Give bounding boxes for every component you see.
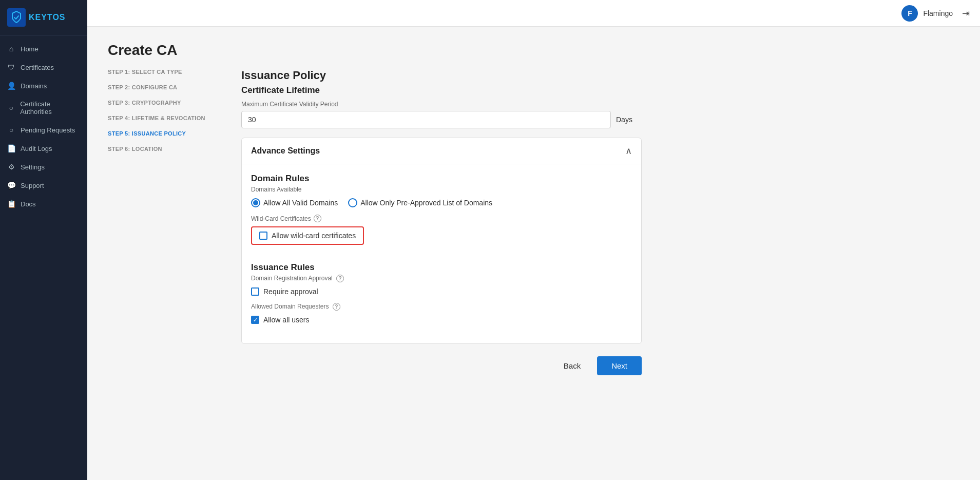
domains-icon: 👤 — [7, 82, 15, 90]
requesters-help-icon[interactable]: ? — [333, 303, 340, 311]
domain-radio-row: Allow All Valid Domains Allow Only Pre-A… — [251, 198, 632, 207]
sidebar-item-certificate-authorities[interactable]: ○ Certificate Authorities — [0, 95, 87, 121]
wildcard-checkbox-highlighted[interactable]: Allow wild-card certificates — [251, 226, 364, 245]
steps-column: STEP 1: SELECT CA TYPE STEP 2: CONFIGURE… — [108, 69, 221, 375]
step-3: STEP 3: CRYPTOGRAPHY — [108, 100, 221, 106]
allow-all-users-label: Allow all users — [263, 316, 309, 324]
sidebar-item-certificates-label: Certificates — [21, 64, 54, 71]
advance-settings-card: Advance Settings ∧ Domain Rules Domains … — [241, 138, 642, 344]
docs-icon: 📋 — [7, 200, 15, 208]
sidebar-nav: ⌂ Home 🛡 Certificates 👤 Domains ○ Certif… — [0, 35, 87, 480]
sidebar-item-home-label: Home — [21, 45, 39, 53]
sidebar-item-domains-label: Domains — [21, 82, 47, 90]
allow-all-domains-option[interactable]: Allow All Valid Domains — [251, 198, 338, 207]
sidebar: KEYTOS ⌂ Home 🛡 Certificates 👤 Domains ○… — [0, 0, 87, 480]
create-ca-layout: STEP 1: SELECT CA TYPE STEP 2: CONFIGURE… — [108, 69, 959, 375]
sidebar-item-home[interactable]: ⌂ Home — [0, 40, 87, 58]
allow-pre-approved-option[interactable]: Allow Only Pre-Approved List of Domains — [348, 198, 492, 207]
wildcard-certs-label: Wild-Card Certificates ? — [251, 215, 632, 222]
sidebar-item-docs-label: Docs — [21, 200, 36, 208]
advance-settings-header[interactable]: Advance Settings ∧ — [242, 138, 641, 164]
form-area: Issuance Policy Certificate Lifetime Max… — [241, 69, 959, 375]
step-6: STEP 6: LOCATION — [108, 146, 221, 152]
user-name: Flamingo — [923, 9, 953, 17]
issuance-rules-title: Issuance Rules — [251, 262, 632, 273]
days-label: Days — [616, 116, 632, 124]
sidebar-item-docs[interactable]: 📋 Docs — [0, 195, 87, 213]
require-approval-checkbox[interactable] — [251, 287, 259, 296]
advance-settings-body: Domain Rules Domains Available Allow All… — [242, 164, 641, 343]
back-button[interactable]: Back — [553, 356, 591, 375]
section-title: Issuance Policy — [241, 69, 959, 82]
chevron-up-icon: ∧ — [625, 145, 632, 157]
topbar: F Flamingo ⇥ — [87, 0, 980, 27]
action-row: Back Next — [241, 356, 642, 375]
ca-icon: ○ — [7, 104, 15, 112]
max-validity-input-row: Days — [241, 111, 959, 128]
next-button[interactable]: Next — [597, 356, 642, 375]
wildcard-help-icon[interactable]: ? — [314, 215, 321, 222]
require-approval-label: Require approval — [263, 287, 318, 296]
certificate-lifetime-title: Certificate Lifetime — [241, 85, 959, 95]
allow-all-users-checkbox[interactable] — [251, 316, 259, 324]
support-icon: 💬 — [7, 181, 15, 189]
logo: KEYTOS — [0, 0, 87, 35]
domains-available-label: Domains Available — [251, 186, 632, 193]
sidebar-item-support-label: Support — [21, 182, 44, 189]
logout-icon[interactable]: ⇥ — [962, 8, 970, 19]
approval-help-icon[interactable]: ? — [336, 275, 344, 282]
allow-wildcard-checkbox[interactable] — [259, 232, 267, 240]
main-wrapper: F Flamingo ⇥ Create CA STEP 1: SELECT CA… — [87, 0, 980, 480]
domain-registration-label: Domain Registration Approval ? — [251, 275, 632, 282]
page-title: Create CA — [108, 42, 959, 59]
advance-settings-title: Advance Settings — [251, 146, 320, 156]
sidebar-item-audit-logs[interactable]: 📄 Audit Logs — [0, 139, 87, 158]
step-1: STEP 1: SELECT CA TYPE — [108, 69, 221, 75]
user-area: F Flamingo ⇥ — [901, 5, 970, 22]
allow-pre-approved-label: Allow Only Pre-Approved List of Domains — [360, 199, 492, 207]
allow-all-radio[interactable] — [251, 198, 260, 207]
allow-pre-approved-radio[interactable] — [348, 198, 357, 207]
logo-text: KEYTOS — [29, 13, 66, 22]
sidebar-item-settings-label: Settings — [21, 163, 45, 171]
settings-icon: ⚙ — [7, 163, 15, 171]
allow-wildcard-label: Allow wild-card certificates — [272, 232, 356, 240]
home-icon: ⌂ — [7, 45, 15, 53]
sidebar-item-domains[interactable]: 👤 Domains — [0, 76, 87, 95]
domain-rules-title: Domain Rules — [251, 174, 632, 184]
main-content: Create CA STEP 1: SELECT CA TYPE STEP 2:… — [87, 27, 980, 480]
max-validity-input[interactable] — [241, 111, 611, 128]
sidebar-item-pending-requests[interactable]: ○ Pending Requests — [0, 121, 87, 139]
sidebar-item-pending-label: Pending Requests — [21, 126, 75, 134]
sidebar-item-ca-label: Certificate Authorities — [20, 100, 80, 116]
allow-all-domains-label: Allow All Valid Domains — [263, 199, 338, 207]
user-avatar: F — [901, 5, 918, 22]
allowed-domain-requesters-label: Allowed Domain Requesters ? — [251, 303, 632, 311]
sidebar-item-support[interactable]: 💬 Support — [0, 176, 87, 195]
sidebar-item-audit-label: Audit Logs — [21, 145, 52, 152]
step-5: STEP 5: ISSUANCE POLICY — [108, 130, 221, 137]
certificates-icon: 🛡 — [7, 63, 15, 71]
allow-all-users-row[interactable]: Allow all users — [251, 316, 632, 324]
audit-icon: 📄 — [7, 144, 15, 152]
step-2: STEP 2: CONFIGURE CA — [108, 84, 221, 90]
sidebar-item-certificates[interactable]: 🛡 Certificates — [0, 58, 87, 76]
sidebar-item-settings[interactable]: ⚙ Settings — [0, 158, 87, 176]
pending-icon: ○ — [7, 126, 15, 134]
max-validity-label: Maximum Certificate Validity Period — [241, 101, 959, 108]
step-4: STEP 4: LIFETIME & REVOCATION — [108, 115, 221, 121]
require-approval-row[interactable]: Require approval — [251, 287, 632, 296]
